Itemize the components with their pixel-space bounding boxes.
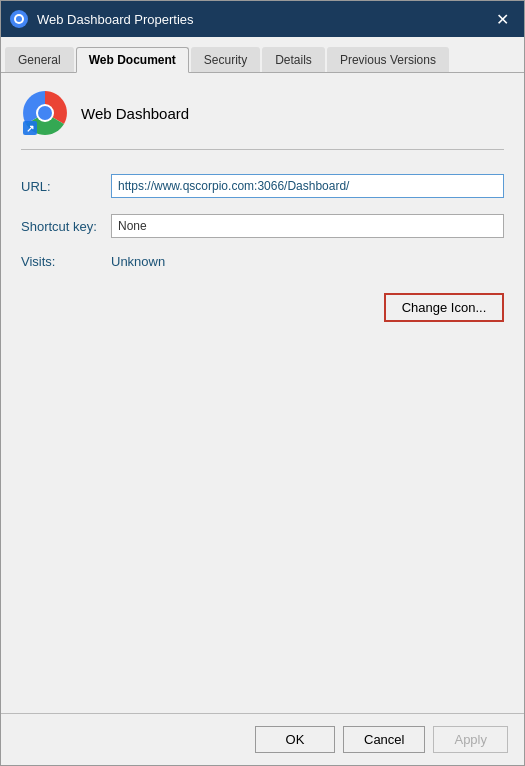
svg-point-6 (38, 106, 52, 120)
shortcut-row: Shortcut key: (21, 206, 504, 246)
form-section: URL: Shortcut key: Visits: Unknown (21, 166, 504, 277)
shortcut-field (111, 214, 504, 238)
visits-label: Visits: (21, 254, 111, 269)
app-name: Web Dashboard (81, 105, 189, 122)
shortcut-input[interactable] (111, 214, 504, 238)
tab-web-document[interactable]: Web Document (76, 47, 189, 73)
tab-details[interactable]: Details (262, 47, 325, 72)
app-icon: ↗ (21, 89, 69, 137)
visits-row: Visits: Unknown (21, 246, 504, 277)
tab-general[interactable]: General (5, 47, 74, 72)
bottom-bar: OK Cancel Apply (1, 713, 524, 765)
window-icon (9, 9, 29, 29)
tab-security[interactable]: Security (191, 47, 260, 72)
url-input[interactable] (111, 174, 504, 198)
close-button[interactable]: ✕ (488, 7, 516, 31)
title-bar: Web Dashboard Properties ✕ (1, 1, 524, 37)
change-icon-button[interactable]: Change Icon... (384, 293, 504, 322)
content-area: ↗ Web Dashboard URL: Shortcut key: Visit… (1, 73, 524, 713)
url-field (111, 174, 504, 198)
app-header: ↗ Web Dashboard (21, 89, 504, 150)
tab-previous-versions[interactable]: Previous Versions (327, 47, 449, 72)
apply-button[interactable]: Apply (433, 726, 508, 753)
change-icon-row: Change Icon... (21, 293, 504, 322)
shortcut-label: Shortcut key: (21, 219, 111, 234)
dialog-window: Web Dashboard Properties ✕ General Web D… (0, 0, 525, 766)
window-title: Web Dashboard Properties (37, 12, 488, 27)
svg-text:↗: ↗ (26, 123, 34, 134)
svg-point-2 (16, 16, 22, 22)
url-label: URL: (21, 179, 111, 194)
visits-value: Unknown (111, 254, 165, 269)
url-row: URL: (21, 166, 504, 206)
tabs-bar: General Web Document Security Details Pr… (1, 37, 524, 73)
ok-button[interactable]: OK (255, 726, 335, 753)
cancel-button[interactable]: Cancel (343, 726, 425, 753)
